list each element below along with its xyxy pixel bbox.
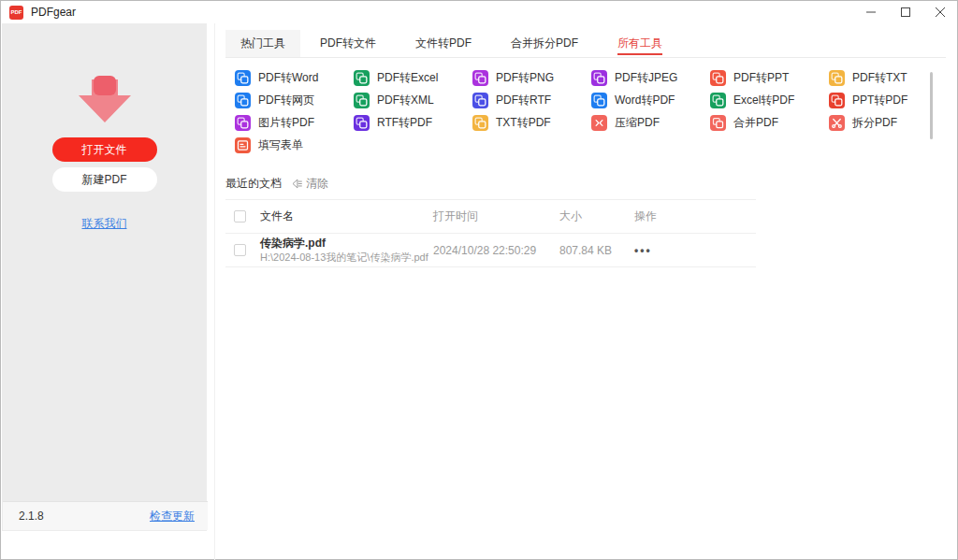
convert-icon bbox=[235, 93, 251, 108]
tool-label: PDF转PNG bbox=[496, 70, 554, 86]
merge-icon bbox=[710, 115, 726, 131]
window-controls bbox=[853, 1, 957, 23]
tool-item-19[interactable]: 填写表单 bbox=[235, 134, 354, 156]
tool-label: Excel转PDF bbox=[733, 93, 794, 108]
tool-label: PDF转PPT bbox=[733, 70, 789, 86]
recent-docs-table: 文件名 打开时间 大小 操作 传染病学.pdfH:\2024-08-13我的笔记… bbox=[225, 199, 756, 267]
select-all-checkbox[interactable] bbox=[234, 210, 246, 223]
app-window: PDF PDFgear 打开文件 新建PDF 联系我们 2.1.8 检查更新 bbox=[0, 0, 958, 560]
clear-recent-button[interactable]: 清除 bbox=[291, 176, 328, 192]
new-pdf-button[interactable]: 新建PDF bbox=[52, 167, 157, 192]
file-path: H:\2024-08-13我的笔记\传染病学.pdf bbox=[260, 251, 433, 264]
tool-item-14[interactable]: RTF转PDF bbox=[354, 111, 472, 134]
convert-icon bbox=[710, 93, 726, 108]
tab-2[interactable]: PDF转文件 bbox=[300, 30, 396, 57]
window-title: PDFgear bbox=[31, 6, 76, 19]
title-bar: PDF PDFgear bbox=[1, 1, 957, 23]
tool-item-16[interactable]: 压缩PDF bbox=[591, 111, 710, 134]
convert-icon bbox=[354, 70, 370, 86]
tool-label: PDF转Word bbox=[258, 70, 318, 86]
column-header-filename: 文件名 bbox=[260, 208, 433, 224]
tab-5[interactable]: 所有工具 bbox=[598, 30, 682, 57]
sidebar: 打开文件 新建PDF 联系我们 2.1.8 检查更新 bbox=[2, 23, 207, 531]
convert-icon bbox=[472, 93, 488, 108]
drop-file-arrow-icon bbox=[69, 74, 140, 126]
table-header-row: 文件名 打开时间 大小 操作 bbox=[225, 200, 756, 234]
version-label: 2.1.8 bbox=[19, 510, 44, 523]
tool-label: PDF转XML bbox=[377, 93, 434, 108]
split-icon bbox=[829, 115, 845, 131]
tools-grid: PDF转WordPDF转ExcelPDF转PNGPDF转JPEGPDF转PPTP… bbox=[235, 66, 946, 156]
tool-label: PDF转JPEG bbox=[615, 70, 677, 86]
convert-icon bbox=[710, 70, 726, 86]
tool-label: Word转PDF bbox=[615, 93, 675, 108]
convert-icon bbox=[235, 70, 251, 86]
tool-item-9[interactable]: PDF转RTF bbox=[472, 89, 591, 111]
tool-item-17[interactable]: 合并PDF bbox=[710, 111, 829, 134]
tool-item-4[interactable]: PDF转JPEG bbox=[591, 66, 710, 89]
table-row[interactable]: 传染病学.pdfH:\2024-08-13我的笔记\传染病学.pdf2024/1… bbox=[225, 234, 756, 267]
tool-label: PDF转网页 bbox=[258, 93, 314, 108]
tool-label: 压缩PDF bbox=[615, 115, 660, 131]
tool-item-5[interactable]: PDF转PPT bbox=[710, 66, 829, 89]
table-body: 传染病学.pdfH:\2024-08-13我的笔记\传染病学.pdf2024/1… bbox=[225, 234, 756, 267]
recent-docs-title: 最近的文档 bbox=[225, 176, 282, 192]
tool-item-11[interactable]: Excel转PDF bbox=[710, 89, 829, 111]
tool-label: PDF转RTF bbox=[496, 93, 551, 108]
file-cell: 传染病学.pdfH:\2024-08-13我的笔记\传染病学.pdf bbox=[260, 237, 433, 264]
row-actions-menu[interactable]: ••• bbox=[634, 244, 652, 257]
close-button[interactable] bbox=[922, 1, 957, 23]
tool-item-7[interactable]: PDF转网页 bbox=[235, 89, 354, 111]
tool-label: 拆分PDF bbox=[852, 115, 897, 131]
tool-item-3[interactable]: PDF转PNG bbox=[472, 66, 591, 89]
convert-icon bbox=[472, 115, 488, 131]
recent-docs-header: 最近的文档 清除 bbox=[225, 176, 946, 192]
tool-item-1[interactable]: PDF转Word bbox=[235, 66, 354, 89]
tool-label: TXT转PDF bbox=[496, 115, 551, 131]
tool-label: PPT转PDF bbox=[852, 93, 907, 108]
tool-item-10[interactable]: Word转PDF bbox=[591, 89, 710, 111]
tab-1[interactable]: 热门工具 bbox=[225, 30, 300, 57]
sidebar-footer: 2.1.8 检查更新 bbox=[3, 501, 208, 530]
column-header-size: 大小 bbox=[559, 208, 634, 224]
tab-3[interactable]: 文件转PDF bbox=[396, 30, 491, 57]
contact-us-link[interactable]: 联系我们 bbox=[2, 216, 207, 232]
tab-label: 所有工具 bbox=[617, 36, 662, 51]
main-content: 热门工具PDF转文件文件转PDF合并拆分PDF所有工具 PDF转WordPDF转… bbox=[225, 30, 946, 267]
tab-bar: 热门工具PDF转文件文件转PDF合并拆分PDF所有工具 bbox=[225, 30, 946, 58]
tool-item-15[interactable]: TXT转PDF bbox=[472, 111, 591, 134]
maximize-button[interactable] bbox=[888, 1, 922, 23]
check-update-link[interactable]: 检查更新 bbox=[150, 509, 195, 524]
tab-label: 文件转PDF bbox=[415, 36, 472, 51]
tool-item-13[interactable]: 图片转PDF bbox=[235, 111, 354, 134]
tab-4[interactable]: 合并拆分PDF bbox=[491, 30, 598, 57]
file-name: 传染病学.pdf bbox=[260, 237, 433, 251]
convert-icon bbox=[472, 70, 488, 86]
clear-label: 清除 bbox=[306, 176, 328, 192]
compress-icon bbox=[591, 115, 607, 131]
tool-item-2[interactable]: PDF转Excel bbox=[354, 66, 472, 89]
convert-icon bbox=[354, 93, 370, 108]
tool-item-8[interactable]: PDF转XML bbox=[354, 89, 472, 111]
convert-icon bbox=[591, 93, 607, 108]
row-checkbox[interactable] bbox=[234, 244, 246, 256]
vertical-scrollbar-thumb[interactable] bbox=[930, 72, 933, 139]
clear-broom-icon bbox=[291, 178, 303, 190]
tool-label: RTF转PDF bbox=[377, 115, 432, 131]
minimize-button[interactable] bbox=[853, 1, 888, 23]
sidebar-content-divider bbox=[214, 23, 215, 560]
tab-label: 热门工具 bbox=[240, 36, 285, 51]
convert-icon bbox=[591, 70, 607, 86]
tab-label: PDF转文件 bbox=[320, 36, 376, 51]
tab-label: 合并拆分PDF bbox=[511, 36, 578, 51]
tool-label: PDF转TXT bbox=[852, 70, 907, 86]
column-header-opened: 打开时间 bbox=[433, 208, 559, 224]
opened-time: 2024/10/28 22:50:29 bbox=[433, 244, 559, 257]
convert-icon bbox=[829, 93, 845, 108]
convert-icon bbox=[235, 115, 251, 131]
open-file-button[interactable]: 打开文件 bbox=[52, 137, 157, 162]
app-logo-icon: PDF bbox=[9, 6, 23, 20]
tool-label: 图片转PDF bbox=[258, 115, 314, 131]
tool-label: PDF转Excel bbox=[377, 70, 438, 86]
column-header-actions: 操作 bbox=[634, 208, 700, 224]
